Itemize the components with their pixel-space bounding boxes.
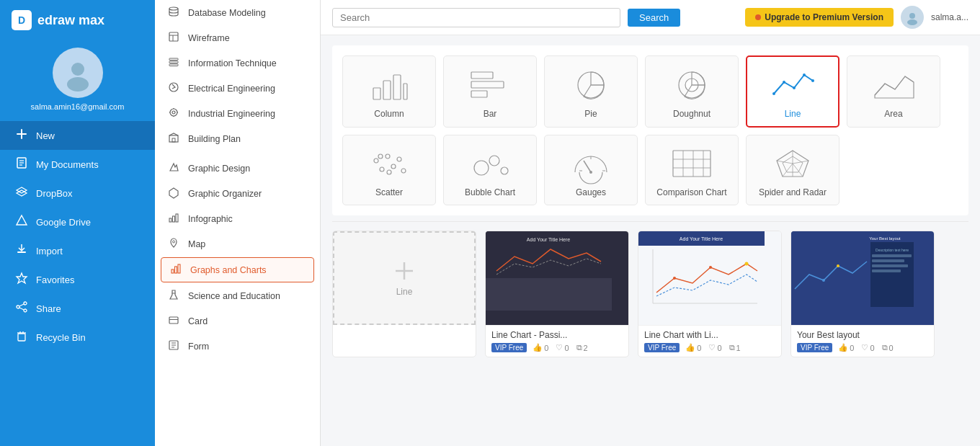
- mid-item-card[interactable]: Card: [155, 308, 320, 334]
- svg-point-122: [822, 279, 825, 282]
- spider-radar-chart-icon: [771, 146, 814, 182]
- share-icon: [14, 300, 29, 316]
- area-label: Area: [884, 109, 902, 119]
- graphic-organizer-icon: [166, 187, 181, 200]
- hearts-2: ♡ 0: [708, 343, 721, 352]
- logo-icon: D: [12, 10, 32, 30]
- svg-point-30: [169, 83, 178, 92]
- mid-item-infographic[interactable]: Infographic: [155, 206, 320, 231]
- svg-rect-19: [18, 334, 25, 341]
- user-avatar: [901, 6, 924, 29]
- mid-item-graphic-design[interactable]: Graphic Design: [155, 156, 320, 181]
- svg-point-70: [811, 79, 814, 82]
- mid-item-graphic-organizer[interactable]: Graphic Organizer: [155, 181, 320, 206]
- mid-item-information-technique[interactable]: Information Technique: [155, 50, 320, 76]
- sidebar-item-dropbox[interactable]: DropBox: [0, 179, 155, 208]
- template-card-line-chart-li[interactable]: Add Your Title Here Line Chart with Li..…: [638, 231, 782, 357]
- sidebar-item-google-drive[interactable]: Google Drive: [0, 208, 155, 236]
- chart-tile-comparison-chart[interactable]: Comparison Chart: [645, 135, 739, 205]
- svg-point-23: [169, 7, 178, 10]
- template-card-new-line[interactable]: Line: [332, 231, 476, 357]
- svg-rect-48: [169, 317, 178, 324]
- mid-item-industrial-engineering[interactable]: Industrial Engineering: [155, 101, 320, 126]
- template-card-line-chart-passi[interactable]: Add Your Title Here Line Chart - Passi..…: [485, 231, 629, 357]
- chart-tile-line[interactable]: Line: [746, 55, 839, 128]
- svg-point-75: [391, 164, 396, 169]
- template-thumb-line-chart-li: Add Your Title Here: [638, 231, 781, 325]
- sidebar-item-favorites[interactable]: Favorites: [0, 265, 155, 294]
- search-button[interactable]: Search: [628, 9, 680, 27]
- column-label: Column: [374, 109, 404, 119]
- mid-item-graphs-and-charts[interactable]: Graphs and Charts: [161, 257, 314, 282]
- svg-point-15: [24, 309, 27, 312]
- svg-line-84: [584, 161, 591, 172]
- svg-rect-3: [21, 129, 22, 139]
- svg-text:Add Your Title Here: Add Your Title Here: [680, 236, 723, 241]
- search-input[interactable]: [332, 8, 620, 27]
- new-icon: [14, 128, 29, 143]
- chart-tile-scatter[interactable]: Scatter: [342, 135, 436, 205]
- scatter-label: Scatter: [375, 187, 403, 197]
- chart-tile-spider-and-radar[interactable]: Spider and Radar: [746, 135, 839, 205]
- sidebar-item-recycle-bin[interactable]: Recycle Bin: [0, 323, 155, 352]
- scatter-chart-icon: [368, 146, 411, 182]
- chart-tile-area[interactable]: Area: [847, 55, 940, 128]
- mid-item-wireframe[interactable]: Wireframe: [155, 25, 320, 50]
- svg-point-55: [907, 19, 917, 25]
- template-card-4[interactable]: Your Best layout Description text here Y…: [790, 231, 935, 357]
- svg-point-54: [909, 13, 915, 19]
- svg-rect-41: [173, 216, 175, 222]
- mid-item-map-label: Map: [188, 239, 205, 249]
- svg-rect-44: [172, 269, 174, 273]
- mid-item-building-plan-label: Building Plan: [188, 134, 241, 144]
- bubble-chart-label: Bubble Chart: [465, 187, 515, 197]
- svg-point-113: [745, 262, 749, 266]
- graphic-design-icon: [166, 161, 181, 175]
- sidebar-item-my-documents[interactable]: My Documents: [0, 150, 155, 179]
- chart-tile-bubble-chart[interactable]: Bubble Chart: [443, 135, 537, 205]
- svg-point-0: [71, 63, 84, 76]
- graphs-and-charts-icon: [169, 263, 183, 277]
- mid-item-electrical-engineering[interactable]: Electrical Engineering: [155, 76, 320, 101]
- svg-rect-42: [176, 214, 178, 222]
- mid-item-science-and-education[interactable]: Science and Education: [155, 283, 320, 308]
- template-thumb-line-chart-passi: Add Your Title Here: [486, 231, 628, 325]
- doughnut-chart-icon: [670, 67, 713, 103]
- mid-item-database-modeling[interactable]: Database Modeling: [155, 0, 320, 25]
- template-meta-4: VIP Free 👍 0 ♡ 0 ⧉ 0: [797, 343, 928, 352]
- form-icon: [166, 339, 181, 353]
- chart-tile-gauges[interactable]: Gauges: [544, 135, 638, 205]
- line-label: Line: [785, 109, 801, 119]
- vip-badge-2: VIP Free: [644, 343, 680, 352]
- chart-tile-column[interactable]: Column: [342, 55, 436, 128]
- svg-point-32: [172, 111, 175, 114]
- mid-item-form[interactable]: Form: [155, 334, 320, 359]
- sidebar-item-new[interactable]: New: [0, 121, 155, 150]
- svg-point-73: [386, 154, 390, 159]
- mid-item-building-plan[interactable]: Building Plan: [155, 126, 320, 151]
- sidebar-item-import[interactable]: Import: [0, 236, 155, 265]
- chart-tile-bar[interactable]: Bar: [443, 55, 537, 128]
- comparison-chart-icon: [670, 146, 713, 182]
- meta-icons-2: 👍 0 ♡ 0 ⧉ 1: [685, 343, 740, 352]
- svg-point-76: [397, 157, 401, 161]
- hearts-3: ♡ 0: [861, 343, 874, 352]
- wireframe-icon: [166, 31, 181, 45]
- template-grid: Line Add Your Title Here Line Chart: [332, 228, 968, 360]
- chart-tile-doughnut[interactable]: Doughnut: [645, 55, 739, 128]
- bar-label: Bar: [484, 109, 497, 119]
- likes-2: 👍 0: [685, 343, 701, 352]
- mid-item-map[interactable]: Map: [155, 231, 320, 257]
- building-plan-icon: [166, 132, 181, 146]
- svg-point-80: [489, 156, 499, 166]
- infographic-icon: [166, 212, 181, 226]
- sidebar-item-share[interactable]: Share: [0, 294, 155, 323]
- sidebar-item-favorites-label: Favorites: [36, 275, 74, 285]
- line-chart-icon: [771, 67, 814, 103]
- gauges-label: Gauges: [576, 187, 606, 197]
- chart-tile-pie[interactable]: Pie: [544, 55, 638, 128]
- google-drive-icon: [14, 214, 29, 230]
- copies-3: ⧉ 0: [882, 343, 894, 352]
- svg-rect-56: [373, 88, 380, 99]
- upgrade-button[interactable]: Upgrade to Premium Version: [745, 8, 894, 27]
